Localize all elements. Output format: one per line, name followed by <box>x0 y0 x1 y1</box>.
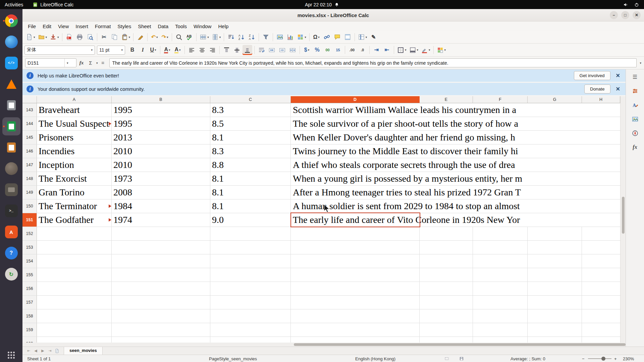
function-wizard-button[interactable]: fx <box>77 60 86 66</box>
name-box[interactable]: ▾ <box>25 58 76 67</box>
row-cells-159[interactable] <box>37 323 620 337</box>
dropdown-arrow-icon[interactable]: ▾ <box>129 36 130 39</box>
title-bar[interactable]: movies.xlsx - LibreOffice Calc – □ ✕ <box>22 9 644 21</box>
format-currency-button[interactable]: $▾ <box>302 45 312 55</box>
dropdown-arrow-icon[interactable]: ▾ <box>308 48 310 52</box>
row-button[interactable]: ▾ <box>199 32 210 42</box>
cell-D144[interactable]: The sole survivor of a pier shoot-out te… <box>293 117 620 130</box>
selection-mode-icon[interactable] <box>444 356 449 361</box>
cell-C144[interactable]: 8.5 <box>212 117 289 130</box>
zoom-slider[interactable] <box>588 358 611 359</box>
dropdown-arrow-icon[interactable]: ▾ <box>366 36 367 39</box>
sidebar-properties-button[interactable] <box>629 85 641 96</box>
name-box-input[interactable] <box>28 60 64 66</box>
cell-B146[interactable]: 2010 <box>113 144 209 158</box>
cell-A143[interactable]: Braveheart <box>39 103 110 117</box>
format-number-button[interactable]: 00 <box>323 45 332 55</box>
dock-item-libreoffice-calc[interactable] <box>2 117 20 135</box>
merge-cells-button[interactable] <box>277 45 287 55</box>
close-infobar-icon[interactable]: ✕ <box>616 86 620 92</box>
cell-B151[interactable]: 1974 <box>113 213 209 227</box>
cell-D147[interactable]: A thief who steals corporate secrets thr… <box>293 158 620 172</box>
dock-item-ubuntu-software[interactable]: A <box>2 223 20 241</box>
cell-D143[interactable]: Scottish warrior William Wallace leads h… <box>293 103 620 117</box>
dock-item-chrome[interactable] <box>2 12 20 30</box>
menu-view[interactable]: View <box>55 22 72 31</box>
menu-tools[interactable]: Tools <box>172 22 190 31</box>
sort-descending-button[interactable] <box>247 32 257 42</box>
copy-button[interactable] <box>110 32 119 42</box>
close-button[interactable]: ✕ <box>633 11 641 19</box>
sidebar-functions-button[interactable]: fx <box>629 142 641 153</box>
border-color-button[interactable]: ▾ <box>420 45 431 55</box>
paste-button[interactable]: ▾ <box>120 32 131 42</box>
page-style[interactable]: PageStyle_seen_movies <box>209 356 257 361</box>
cell-C148[interactable]: 8.1 <box>212 172 289 185</box>
row-header-155[interactable]: 155 <box>22 268 37 282</box>
previous-sheet-button[interactable]: ◀ <box>32 349 39 353</box>
cut-button[interactable]: ✂ <box>99 32 109 42</box>
cell-A149[interactable]: Gran Torino <box>39 186 110 199</box>
zoom-out-button[interactable]: − <box>582 356 585 361</box>
dropdown-arrow-icon[interactable]: ▾ <box>89 48 93 52</box>
dropdown-arrow-icon[interactable]: ▾ <box>219 36 221 39</box>
row-cells-160[interactable] <box>37 337 620 343</box>
dock-item-libreoffice-start[interactable] <box>2 96 20 114</box>
row-header-148[interactable]: 148 <box>22 172 37 185</box>
dropdown-arrow-icon[interactable]: ▾ <box>34 36 35 39</box>
dock-item-help[interactable]: ? <box>2 244 20 262</box>
dock-item-vlc[interactable] <box>2 75 20 93</box>
autofilter-button[interactable] <box>261 32 271 42</box>
menu-data[interactable]: Data <box>154 22 172 31</box>
row-header-151[interactable]: 151 <box>22 213 37 227</box>
increase-indent-button[interactable]: ⇥ <box>372 45 381 55</box>
cell-D150[interactable]: A human soldier is sent from 2029 to 198… <box>293 199 620 213</box>
document-modified-icon[interactable] <box>459 356 464 361</box>
menu-file[interactable]: File <box>24 22 39 31</box>
conditional-formatting-button[interactable]: ▾ <box>436 45 447 55</box>
cell-C151[interactable]: 9.0 <box>212 213 289 227</box>
dropdown-arrow-icon[interactable]: ▾ <box>207 36 209 39</box>
dock-item-vscode[interactable]: </> <box>2 54 20 72</box>
dropdown-arrow-icon[interactable]: ▾ <box>305 36 306 39</box>
sheet-tab-seen-movies[interactable]: seen_movies <box>64 347 103 355</box>
row-cells-143[interactable]: Braveheart19958.3Scottish warrior Willia… <box>37 103 620 117</box>
insert-chart-button[interactable] <box>285 32 295 42</box>
cell-A151[interactable]: The Godfather <box>39 213 110 227</box>
minimize-button[interactable]: – <box>610 11 618 19</box>
sort-ascending-button[interactable] <box>236 32 246 42</box>
dropdown-arrow-icon[interactable]: ▾ <box>119 48 123 52</box>
cell-B147[interactable]: 2010 <box>113 158 209 172</box>
bold-button[interactable]: B <box>127 45 137 55</box>
freeze-rows-columns-button[interactable]: ▾ <box>357 32 368 42</box>
redo-button[interactable]: ↷▾ <box>160 32 170 42</box>
export-pdf-button[interactable] <box>64 32 74 42</box>
format-date-button[interactable]: 15 <box>333 45 343 55</box>
row-cells-146[interactable]: Incendies20108.3Twins journey to the Mid… <box>37 144 620 158</box>
zoom-slider-handle[interactable] <box>601 357 605 361</box>
cell-C149[interactable]: 8.1 <box>212 186 289 199</box>
donate-button[interactable]: Donate <box>584 84 610 94</box>
align-bottom-button[interactable] <box>243 45 252 55</box>
row-header-146[interactable]: 146 <box>22 144 37 158</box>
menu-sheet[interactable]: Sheet <box>135 22 154 31</box>
border-style-button[interactable]: ▾ <box>408 45 420 55</box>
column-header-E[interactable]: E <box>420 96 473 103</box>
row-header-153[interactable]: 153 <box>22 241 37 254</box>
dropdown-arrow-icon[interactable]: ▾ <box>429 48 430 52</box>
column-header-B[interactable]: B <box>112 96 210 103</box>
menu-help[interactable]: Help <box>215 22 232 31</box>
merge-and-center-button[interactable] <box>267 45 277 55</box>
column-header-C[interactable]: C <box>210 96 291 103</box>
row-cells-151[interactable]: The Godfather19749.0The early life and c… <box>37 213 620 227</box>
row-header-145[interactable]: 145 <box>22 131 37 144</box>
vertical-scrollbar[interactable] <box>620 96 626 343</box>
new-document-button[interactable]: ▾ <box>25 32 36 42</box>
pivot-table-button[interactable]: ▾ <box>296 32 307 42</box>
wrap-text-button[interactable] <box>257 45 266 55</box>
unmerge-cells-button[interactable] <box>288 45 298 55</box>
sidebar-styles-button[interactable] <box>629 100 641 110</box>
cell-A145[interactable]: Prisoners <box>39 131 110 144</box>
row-header-154[interactable]: 154 <box>22 254 37 268</box>
cell-B150[interactable]: 1984 <box>113 199 209 213</box>
